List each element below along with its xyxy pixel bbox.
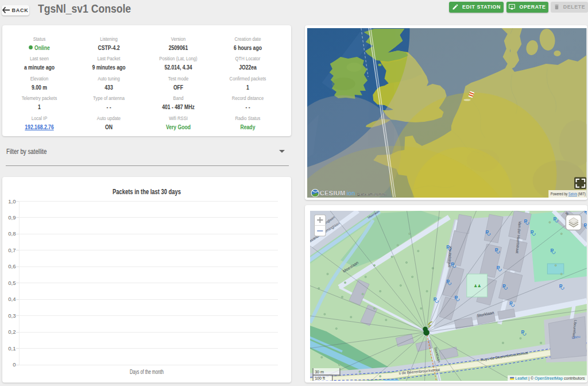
- svg-text:Powered by Satvis (MIT): Powered by Satvis (MIT): [551, 191, 586, 196]
- svg-text:♟♟: ♟♟: [474, 284, 481, 288]
- svg-text:Leaflet | © OpenStreetMap cont: Leaflet | © OpenStreetMap contributors: [515, 376, 585, 381]
- svg-text:CESIUM: CESIUM: [320, 190, 346, 196]
- svg-text:Data attribution: Data attribution: [357, 192, 386, 197]
- svg-text:P: P: [583, 222, 587, 228]
- svg-text:100 ft: 100 ft: [315, 376, 325, 380]
- svg-text:30 m: 30 m: [315, 370, 324, 374]
- svg-text:ion: ion: [347, 190, 355, 196]
